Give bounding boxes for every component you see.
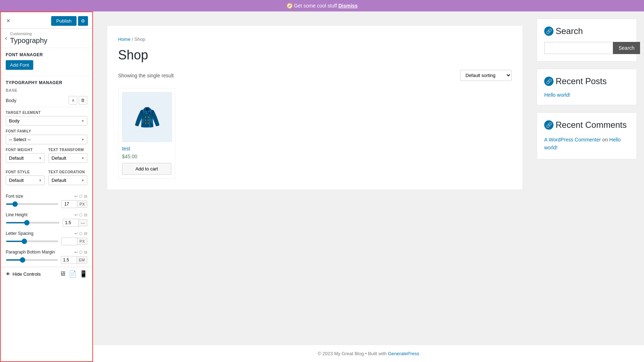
shop-toolbar: Showing the single result Default sortin… xyxy=(118,70,512,81)
font-style-select[interactable]: Default xyxy=(6,175,45,185)
notification-bar: 🧭 Get some cool stuff Dismiss xyxy=(0,0,644,11)
line-height-unit[interactable]: — xyxy=(79,219,87,226)
search-input[interactable] xyxy=(544,42,613,54)
font-family-select[interactable]: -- Select -- xyxy=(6,135,87,144)
sidebar-header: × Publish ⚙ xyxy=(1,12,92,29)
font-weight-select[interactable]: Default xyxy=(6,153,45,163)
font-size-slider[interactable] xyxy=(6,203,58,205)
font-size-input[interactable]: 17 xyxy=(61,200,77,208)
letter-spacing-link-icon[interactable]: ⊟ xyxy=(84,231,87,236)
target-element-select[interactable]: Body xyxy=(6,116,87,126)
paragraph-margin-input[interactable]: 1.5 xyxy=(61,256,77,264)
paragraph-margin-label: Paragraph Bottom Margin xyxy=(6,250,55,255)
recent-comments-icon: 🔗 xyxy=(544,120,553,130)
customizer-sidebar: × Publish ⚙ ‹ Customizing Typography Fon… xyxy=(0,11,93,362)
letter-spacing-section: Letter Spacing ↩ ⬡ ⊟ PX xyxy=(1,230,92,248)
letter-spacing-input[interactable] xyxy=(61,237,77,245)
body-label: Body xyxy=(6,98,16,103)
close-button[interactable]: × xyxy=(5,16,12,26)
body-delete-button[interactable]: 🗑 xyxy=(79,96,87,105)
line-height-link-icon[interactable]: ⊟ xyxy=(84,213,87,217)
base-label: BASE xyxy=(1,87,92,94)
publish-button[interactable]: Publish xyxy=(51,16,77,26)
paragraph-margin-slider[interactable] xyxy=(6,259,58,261)
font-manager-label: Font Manager xyxy=(6,52,87,57)
target-element-section: TARGET ELEMENT Body xyxy=(1,107,92,129)
para-margin-copy-icon[interactable]: ⬡ xyxy=(79,250,83,255)
breadcrumb-sep: / xyxy=(132,37,133,42)
search-widget: 🔗 Search Search xyxy=(537,19,637,62)
recent-comments-title: 🔗 Recent Comments xyxy=(544,120,629,130)
search-button[interactable]: Search xyxy=(613,42,640,54)
line-height-copy-icon[interactable]: ⬡ xyxy=(79,213,83,217)
para-margin-link-icon[interactable]: ⊟ xyxy=(84,250,87,255)
add-font-button[interactable]: Add Font xyxy=(6,60,33,70)
font-size-reset-icon[interactable]: ↩ xyxy=(74,194,78,199)
dismiss-link[interactable]: Dismiss xyxy=(338,3,358,9)
letter-spacing-reset-icon[interactable]: ↩ xyxy=(74,231,78,236)
main-column: Home / Shop Shop Showing the single resu… xyxy=(100,19,530,197)
comment-author-link[interactable]: A WordPress Commenter xyxy=(544,137,601,143)
target-element-label: TARGET ELEMENT xyxy=(6,111,87,115)
shop-title: Shop xyxy=(118,48,512,63)
footer-text: © 2023 My Great Blog • Built with xyxy=(318,351,387,356)
line-height-label: Line Height xyxy=(6,212,28,217)
desktop-view-icon[interactable]: 🖥 xyxy=(59,270,66,278)
letter-spacing-slider[interactable] xyxy=(6,241,58,242)
text-transform-label: TEXT TRANSFORM xyxy=(48,148,87,152)
product-grid: 🧥 test $45.00 Add to cart xyxy=(118,88,512,179)
hide-controls-label: Hide Controls xyxy=(13,271,41,277)
text-decoration-select[interactable]: Default xyxy=(48,175,87,185)
font-size-copy-icon[interactable]: ⬡ xyxy=(79,194,83,199)
font-manager-section: Font Manager Add Font xyxy=(1,48,92,74)
para-margin-reset-icon[interactable]: ↩ xyxy=(74,250,78,255)
comment-text: A WordPress Commenter on Hello world! xyxy=(544,136,629,152)
customizing-label: Customizing xyxy=(10,32,48,36)
recent-comments-widget: 🔗 Recent Comments A WordPress Commenter … xyxy=(537,112,637,159)
typography-title: Typography xyxy=(10,37,48,45)
search-form: Search xyxy=(544,42,629,54)
sort-select[interactable]: Default sorting Sort by popularity Sort … xyxy=(460,70,512,81)
breadcrumb-home[interactable]: Home xyxy=(118,37,131,42)
text-decoration-label: TEXT DECORATION xyxy=(48,170,87,174)
recent-posts-widget: 🔗 Recent Posts Hello world! xyxy=(537,69,637,105)
style-decoration-section: FONT STYLE Default TEXT DECORATION Defau… xyxy=(1,170,92,192)
mobile-view-icon[interactable]: 📱 xyxy=(79,270,87,278)
recent-post-link[interactable]: Hello world! xyxy=(544,92,570,98)
font-size-section: Font size ↩ ⬡ ⊟ 17 PX xyxy=(1,192,92,211)
page-footer: © 2023 My Great Blog • Built with Genera… xyxy=(93,345,644,362)
typography-manager-label: Typography Manager xyxy=(1,77,92,87)
body-collapse-button[interactable]: ∧ xyxy=(69,96,77,105)
footer-link[interactable]: GeneratePress xyxy=(388,351,419,356)
font-family-section: FONT FAMILY -- Select -- xyxy=(1,129,92,148)
line-height-slider[interactable] xyxy=(6,222,60,223)
tablet-view-icon[interactable]: 📄 xyxy=(69,270,77,278)
letter-spacing-copy-icon[interactable]: ⬡ xyxy=(79,231,83,236)
recent-posts-title: 🔗 Recent Posts xyxy=(544,76,629,86)
add-to-cart-button[interactable]: Add to cart xyxy=(122,163,171,175)
paragraph-margin-unit[interactable]: EM xyxy=(77,256,88,264)
settings-button[interactable]: ⚙ xyxy=(78,16,88,26)
letter-spacing-unit[interactable]: PX xyxy=(77,238,87,245)
shop-page: Home / Shop Shop Showing the single resu… xyxy=(107,26,522,189)
line-height-reset-icon[interactable]: ↩ xyxy=(74,213,78,217)
font-size-unit[interactable]: PX xyxy=(77,201,87,208)
font-size-label: Font size xyxy=(6,194,23,199)
hide-controls-toggle[interactable]: 👁 Hide Controls xyxy=(6,271,41,277)
product-card: 🧥 test $45.00 Add to cart xyxy=(118,88,175,179)
paragraph-margin-section: Paragraph Bottom Margin ↩ ⬡ ⊟ 1.5 EM xyxy=(1,248,92,267)
text-transform-select[interactable]: Default xyxy=(48,153,87,163)
font-size-link-icon[interactable]: ⊟ xyxy=(84,194,87,199)
product-name[interactable]: test xyxy=(122,146,171,151)
right-sidebar: 🔗 Search Search 🔗 Recent Posts xyxy=(537,19,637,197)
font-style-label: FONT STYLE xyxy=(6,170,45,174)
breadcrumb-shop: Shop xyxy=(135,37,145,42)
font-weight-label: FONT WEIGHT xyxy=(6,148,45,152)
line-height-input[interactable]: 1.5 xyxy=(63,219,79,227)
breadcrumb: Home / Shop xyxy=(118,37,512,42)
body-row: Body ∧ 🗑 xyxy=(1,94,92,107)
back-button[interactable]: ‹ xyxy=(5,34,7,42)
sidebar-footer: 👁 Hide Controls 🖥 📄 📱 xyxy=(1,267,92,281)
eye-icon: 👁 xyxy=(6,271,10,277)
letter-spacing-label: Letter Spacing xyxy=(6,231,33,236)
